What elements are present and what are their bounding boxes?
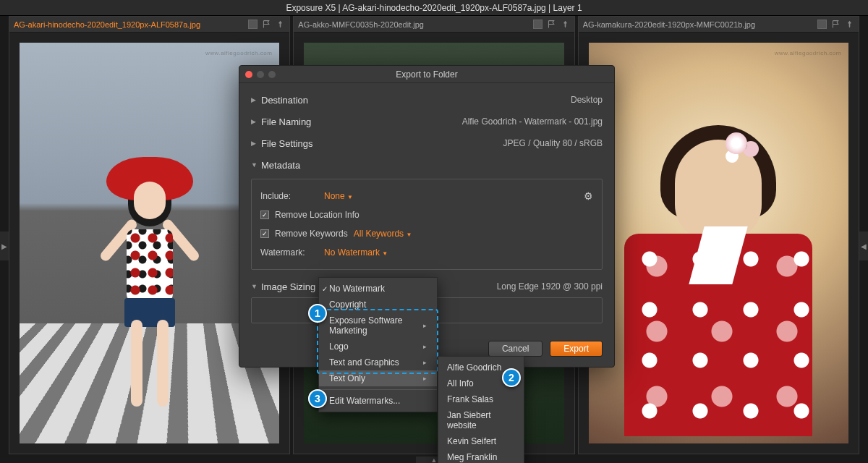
chevron-right-icon: ▶ <box>251 118 261 125</box>
section-metadata[interactable]: ▼ Metadata <box>251 154 603 176</box>
chevron-right-icon: ▶ <box>251 96 261 103</box>
include-label: Include: <box>260 191 318 201</box>
submenu-item[interactable]: Jan Siebert website <box>438 407 524 433</box>
app-titlebar: Exposure X5 | AG-akari-hinodecho-2020edi… <box>0 0 868 16</box>
right-panel-toggle[interactable]: ◀ <box>859 232 868 260</box>
color-label-icon[interactable] <box>817 20 827 29</box>
section-destination[interactable]: ▶ Destination Desktop <box>251 89 603 111</box>
panel-filename: AG-akko-MMFC0035h-2020edit.jpg <box>298 20 528 29</box>
remove-location-label: Remove Location Info <box>275 210 359 220</box>
remove-keywords-checkbox[interactable]: ✓ <box>260 229 269 238</box>
close-icon[interactable] <box>245 71 252 78</box>
panel-header-1[interactable]: AG-akari-hinodecho-2020edit_1920px-ALF05… <box>9 17 289 33</box>
color-label-icon[interactable] <box>533 20 542 29</box>
menu-item-logo[interactable]: Logo <box>319 339 437 354</box>
watermark-text: www.alfiegoodrich.com <box>205 50 272 56</box>
watermark-menu: No Watermark Copyright Exposure Software… <box>318 277 438 412</box>
menu-item-text-graphics[interactable]: Text and Graphics <box>319 354 437 370</box>
keywords-dropdown[interactable]: All Keywords ▼ <box>354 229 412 239</box>
flag-icon[interactable] <box>547 20 556 29</box>
remove-location-checkbox[interactable]: ✓ <box>260 211 269 219</box>
export-button[interactable]: Export <box>550 341 603 357</box>
pin-icon[interactable] <box>845 20 854 29</box>
chevron-down-icon: ▼ <box>251 161 261 169</box>
callout-3: 3 <box>308 389 327 408</box>
submenu-item[interactable]: Meg Franklin <box>438 449 524 463</box>
callout-2: 2 <box>502 368 521 387</box>
pin-icon[interactable] <box>561 20 570 29</box>
image-preview-3[interactable]: www.alfiegoodrich.com <box>579 33 859 454</box>
watermark-text: www.alfiegoodrich.com <box>775 50 841 56</box>
flag-icon[interactable] <box>262 20 271 29</box>
panel-header-3[interactable]: AG-kamakura-2020edit-1920px-MMFC0021b.jp… <box>579 17 859 33</box>
metadata-panel: Include: None ▼ ⚙ ✓ Remove Location Info… <box>251 179 603 270</box>
caret-down-icon: ▼ <box>406 232 412 238</box>
dialog-titlebar[interactable]: Export to Folder <box>239 66 614 83</box>
zoom-icon <box>268 71 276 78</box>
panel-filename: AG-kamakura-2020edit-1920px-MMFC0021b.jp… <box>583 20 813 29</box>
cancel-button[interactable]: Cancel <box>488 341 542 357</box>
watermark-dropdown[interactable]: No Watermark ▼ <box>324 247 388 258</box>
watermark-label: Watermark: <box>260 247 318 258</box>
color-label-icon[interactable] <box>248 20 258 29</box>
minimize-icon <box>257 71 264 78</box>
flag-icon[interactable] <box>831 20 841 29</box>
menu-item-no-watermark[interactable]: No Watermark <box>319 281 437 297</box>
submenu-item[interactable]: Kevin Seifert <box>438 433 524 449</box>
gear-icon[interactable]: ⚙ <box>584 190 593 202</box>
dialog-title: Export to Folder <box>239 69 614 80</box>
section-file-settings[interactable]: ▶ File Settings JPEG / Quality 80 / sRGB <box>251 132 603 154</box>
menu-item-edit-watermarks[interactable]: Edit Watermarks... <box>319 393 437 409</box>
callout-1: 1 <box>308 304 327 323</box>
image-panel-3: AG-kamakura-2020edit-1920px-MMFC0021b.jp… <box>578 16 859 454</box>
menu-item-text-only[interactable]: Text Only <box>319 370 437 386</box>
panel-header-2[interactable]: AG-akko-MMFC0035h-2020edit.jpg <box>294 17 574 33</box>
caret-down-icon: ▼ <box>347 194 353 200</box>
chevron-down-icon: ▼ <box>251 283 261 290</box>
menu-item-copyright[interactable]: Copyright <box>319 297 437 313</box>
section-file-naming[interactable]: ▶ File Naming Alfie Goodrich - Watermark… <box>251 111 603 132</box>
caret-down-icon: ▼ <box>382 250 388 257</box>
submenu-item[interactable]: Frank Salas <box>438 391 524 407</box>
panel-filename: AG-akari-hinodecho-2020edit_1920px-ALF05… <box>14 20 244 29</box>
left-panel-toggle[interactable]: ▶ <box>0 232 9 260</box>
chevron-right-icon: ▶ <box>251 140 261 147</box>
remove-keywords-label: Remove Keywords <box>275 229 348 239</box>
menu-item-exposure-marketing[interactable]: Exposure Software Marketing <box>319 313 437 339</box>
pin-icon[interactable] <box>276 20 285 29</box>
include-dropdown[interactable]: None ▼ <box>324 191 353 201</box>
